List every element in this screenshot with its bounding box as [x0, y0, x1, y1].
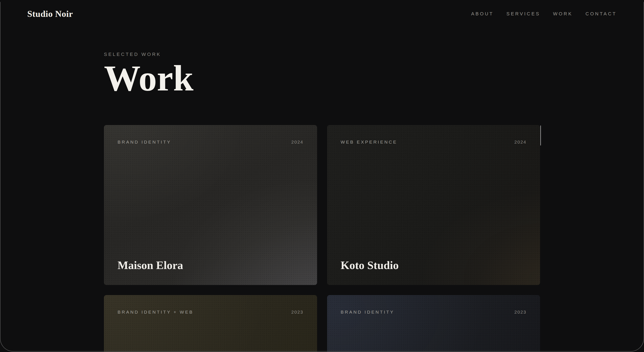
- main-nav: ABOUT SERVICES WORK CONTACT: [471, 11, 617, 17]
- card-title: Koto Studio: [341, 259, 527, 272]
- work-card-brand-web-2023[interactable]: BRAND IDENTITY + WEB 2023: [104, 295, 317, 352]
- card-year: 2023: [514, 309, 526, 315]
- brand-logo[interactable]: Studio Noir: [27, 9, 73, 19]
- work-card-brand-2023[interactable]: BRAND IDENTITY 2023: [327, 295, 540, 352]
- work-card-cell: BRAND IDENTITY + WEB 2023: [104, 295, 317, 352]
- nav-link-contact[interactable]: CONTACT: [586, 11, 617, 17]
- card-category: BRAND IDENTITY + WEB: [118, 309, 193, 315]
- card-meta: BRAND IDENTITY + WEB 2023: [118, 309, 304, 315]
- card-category: BRAND IDENTITY: [118, 139, 171, 145]
- page-title: Work: [104, 60, 540, 96]
- nav-link-about[interactable]: ABOUT: [471, 11, 494, 17]
- card-year: 2024: [291, 139, 304, 145]
- site-header: Studio Noir ABOUT SERVICES WORK CONTACT: [0, 0, 644, 28]
- work-card-cell: BRAND IDENTITY 2023: [327, 295, 540, 352]
- work-card-cell: WEB EXPERIENCE 2024 Koto Studio: [327, 125, 540, 285]
- card-year: 2023: [291, 309, 304, 315]
- nav-link-work[interactable]: WORK: [553, 11, 573, 17]
- work-card-maison-elora[interactable]: BRAND IDENTITY 2024 Maison Elora: [104, 125, 317, 285]
- work-grid: BRAND IDENTITY 2024 Maison Elora WEB EXP…: [104, 125, 540, 352]
- nav-link-services[interactable]: SERVICES: [506, 11, 540, 17]
- work-card-cell: BRAND IDENTITY 2024 Maison Elora: [104, 125, 317, 285]
- section-eyebrow: SELECTED WORK: [104, 52, 540, 57]
- page: Studio Noir ABOUT SERVICES WORK CONTACT …: [0, 0, 644, 352]
- card-year: 2024: [514, 139, 526, 145]
- scrollbar-thumb[interactable]: [540, 125, 541, 145]
- card-title: Maison Elora: [118, 259, 304, 272]
- card-meta: BRAND IDENTITY 2024: [118, 139, 304, 145]
- card-category: BRAND IDENTITY: [341, 309, 394, 315]
- card-category: WEB EXPERIENCE: [341, 139, 398, 145]
- main-content: SELECTED WORK Work BRAND IDENTITY 2024 M…: [104, 52, 540, 352]
- work-card-koto-studio[interactable]: WEB EXPERIENCE 2024 Koto Studio: [327, 125, 540, 285]
- card-meta: BRAND IDENTITY 2023: [341, 309, 527, 315]
- card-meta: WEB EXPERIENCE 2024: [341, 139, 527, 145]
